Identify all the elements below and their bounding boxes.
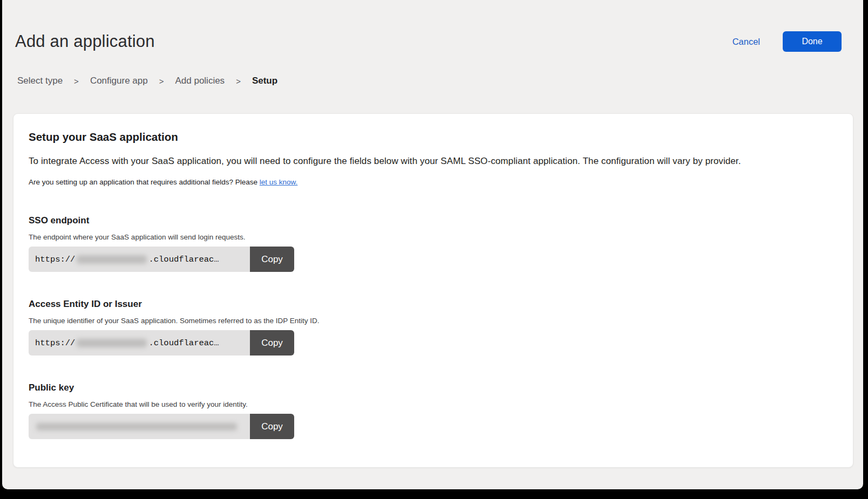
copy-button-sso-endpoint[interactable]: Copy: [250, 247, 294, 272]
field-group-sso-endpoint: SSO endpoint The endpoint where your Saa…: [29, 215, 838, 272]
breadcrumb: Select type > Configure app > Add polici…: [17, 76, 863, 86]
cancel-button[interactable]: Cancel: [733, 37, 760, 47]
public-key-value-row: Copy: [29, 414, 294, 439]
access-entity-id-description: The unique identifier of your SaaS appli…: [29, 317, 838, 325]
page-title: Add an application: [15, 32, 155, 51]
field-group-access-entity-id: Access Entity ID or Issuer The unique id…: [29, 299, 838, 356]
breadcrumb-separator: >: [159, 77, 164, 86]
header-actions: Cancel Done: [733, 31, 842, 52]
public-key-label: Public key: [29, 382, 838, 393]
let-us-know-link[interactable]: let us know.: [260, 178, 298, 186]
value-prefix: https://: [35, 255, 75, 264]
value-suffix: .cloudflareac…: [148, 338, 219, 348]
public-key-value: [29, 414, 250, 439]
note-text: Are you setting up an application that r…: [29, 178, 260, 186]
done-button[interactable]: Done: [783, 31, 842, 52]
breadcrumb-separator: >: [236, 77, 241, 86]
field-group-public-key: Public key The Access Public Certificate…: [29, 382, 838, 439]
card-heading: Setup your SaaS application: [29, 131, 838, 143]
sso-endpoint-description: The endpoint where your SaaS application…: [29, 233, 838, 241]
card-note: Are you setting up an application that r…: [29, 178, 838, 186]
breadcrumb-step-setup: Setup: [252, 76, 277, 86]
setup-card: Setup your SaaS application To integrate…: [13, 113, 853, 468]
breadcrumb-step-select-type[interactable]: Select type: [17, 76, 63, 86]
public-key-description: The Access Public Certificate that will …: [29, 400, 838, 408]
card-intro: To integrate Access with your SaaS appli…: [29, 156, 838, 167]
value-prefix: https://: [35, 338, 75, 348]
breadcrumb-step-configure-app[interactable]: Configure app: [90, 76, 148, 86]
access-entity-id-value: https:// .cloudflareac…: [29, 330, 250, 356]
sso-endpoint-value: https:// .cloudflareac…: [29, 247, 250, 272]
breadcrumb-separator: >: [74, 77, 79, 86]
access-entity-id-value-row: https:// .cloudflareac… Copy: [29, 330, 294, 356]
sso-endpoint-value-row: https:// .cloudflareac… Copy: [29, 247, 294, 272]
access-entity-id-label: Access Entity ID or Issuer: [29, 299, 838, 310]
app-window: Add an application Cancel Done Select ty…: [2, 0, 863, 489]
copy-button-access-entity-id[interactable]: Copy: [250, 330, 294, 356]
redacted-value: [77, 255, 147, 264]
redacted-value: [77, 339, 147, 347]
copy-button-public-key[interactable]: Copy: [250, 414, 294, 439]
redacted-value: [36, 423, 237, 430]
value-suffix: .cloudflareac…: [148, 255, 219, 264]
breadcrumb-step-add-policies[interactable]: Add policies: [175, 76, 225, 86]
page-header: Add an application Cancel Done: [2, 0, 863, 52]
sso-endpoint-label: SSO endpoint: [29, 215, 838, 226]
